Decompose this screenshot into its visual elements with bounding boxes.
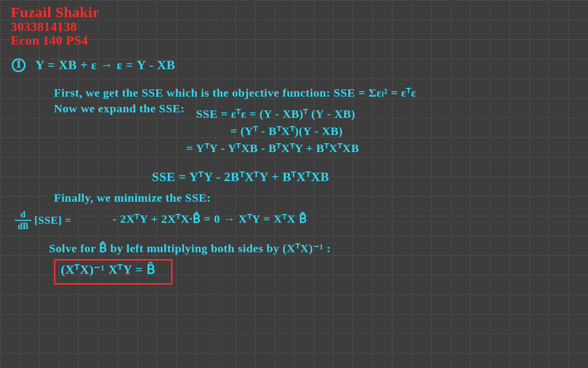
deriv-rhs: - 2XᵀY + 2XᵀX·B̂ = 0 → XᵀY = XᵀX B̂	[113, 212, 307, 226]
derivative-fraction: d dB	[15, 210, 31, 231]
line-expand3: = YᵀY - YᵀXB - BᵀXᵀY + BᵀXᵀXB	[186, 141, 359, 155]
deriv-num: d	[15, 210, 31, 219]
handwriting-layer: Fuzail Shakir 3033814138 Econ 140 PS4 1 …	[0, 0, 588, 368]
line-step2: Now we expand the SSE:	[54, 102, 185, 115]
line-expand2: = (Yᵀ - BᵀXᵀ)(Y - XB)	[230, 124, 343, 138]
header-id: 3033814138	[11, 20, 77, 34]
problem-number: 1	[16, 57, 22, 71]
line-step4: Solve for B̂ by left multiplying both si…	[49, 241, 331, 255]
header-name: Fuzail Shakir	[11, 4, 99, 21]
deriv-label: [SSE] =	[34, 214, 71, 227]
line-expand1: SSE = εᵀε = (Y - XB)ᵀ (Y - XB)	[196, 107, 355, 121]
header-course: Econ 140 PS4	[11, 33, 88, 48]
line-result: (XᵀX)⁻¹ XᵀY = B̂	[61, 262, 155, 277]
line-step1: First, we get the SSE which is the objec…	[54, 86, 416, 100]
deriv-bar	[15, 220, 31, 221]
deriv-den: dB	[15, 222, 31, 231]
line-simplify: SSE = YᵀY - 2BᵀXᵀY + BᵀXᵀXB	[152, 169, 329, 184]
line-model: Y = XB + ε → ε = Y - XB	[35, 58, 175, 73]
line-step3: Finally, we minimize the SSE:	[54, 191, 211, 205]
